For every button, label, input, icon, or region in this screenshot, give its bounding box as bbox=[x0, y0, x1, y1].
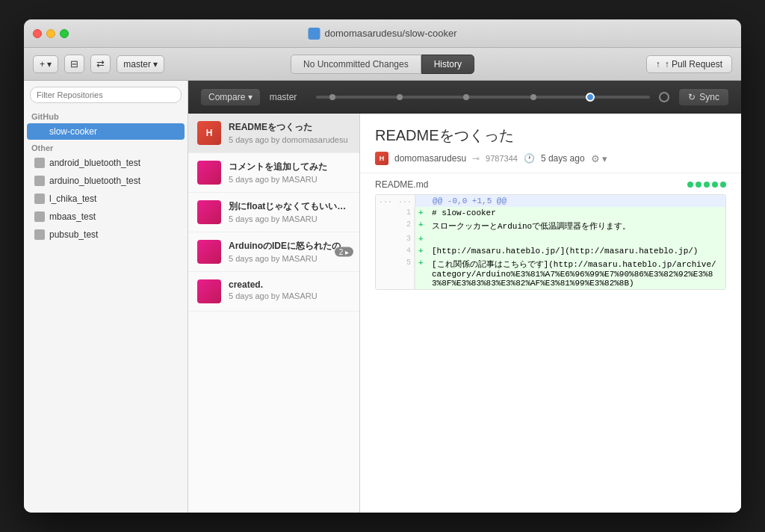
maximize-button[interactable] bbox=[60, 29, 69, 38]
tab-group: No Uncommitted Changes History bbox=[291, 55, 474, 74]
close-button[interactable] bbox=[33, 29, 42, 38]
commit-avatar-4 bbox=[197, 240, 221, 264]
commit-message-1: READMEをつくった bbox=[229, 121, 350, 134]
sync-label: Sync bbox=[699, 92, 719, 102]
commit-item-3[interactable]: 別にfloatじゃなくてもいいかな 5 days ago by MASARU bbox=[188, 193, 359, 232]
branch-toggle-button[interactable]: ⇄ bbox=[90, 55, 111, 73]
diff-line-nums-2: 2 bbox=[376, 219, 415, 233]
compare-label: Compare ▾ bbox=[208, 92, 253, 102]
commit-meta-5: 5 days ago by MASARU bbox=[229, 291, 350, 300]
file-header: README.md bbox=[375, 179, 726, 190]
file-dot-2 bbox=[696, 182, 701, 188]
history-tab[interactable]: History bbox=[421, 55, 474, 74]
branch-name: master ▾ bbox=[123, 59, 158, 69]
diff-panel: READMEをつくった H domomasarudesu ⊸ 9787344 🕐… bbox=[360, 114, 741, 513]
repo-icon-sm-arduino bbox=[34, 176, 45, 186]
diff-line-nums-1: 1 bbox=[376, 207, 415, 219]
commit-meta-1: 5 days ago by domomasarudesu bbox=[229, 135, 350, 144]
pull-request-label: ↑ Pull Request bbox=[665, 59, 722, 69]
commit-avatar-1: H bbox=[197, 121, 221, 145]
commit-message-5: created. bbox=[229, 279, 350, 290]
commit-meta-2: 5 days ago by MASARU bbox=[229, 175, 350, 184]
commit-avatar-3 bbox=[197, 200, 221, 224]
sync-button[interactable]: ↻ Sync bbox=[678, 88, 729, 106]
pull-request-button[interactable]: ↑ ↑ Pull Request bbox=[646, 55, 732, 73]
sidebar-item-android[interactable]: android_bluetooth_test bbox=[27, 155, 185, 171]
diff-content-5: [これ関係の記事はこちらです](http://masaru.hateblo.jp… bbox=[427, 257, 725, 289]
diff-time: 5 days ago bbox=[541, 153, 585, 164]
commit-item-4[interactable]: ArduinoのIDEに怒られたの… 5 days ago by MASARU … bbox=[188, 232, 359, 272]
content-area: H READMEをつくった 5 days ago by domomasarude… bbox=[188, 114, 741, 513]
diff-content-header: @@ -0,0 +1,5 @@ bbox=[428, 195, 725, 207]
diff-line-1: 1 + # slow-cooker bbox=[376, 207, 725, 219]
compare-button[interactable]: Compare ▾ bbox=[200, 88, 261, 106]
sidebar-item-mbaas[interactable]: mbaas_test bbox=[27, 208, 185, 225]
history-dot-3[interactable] bbox=[463, 94, 469, 100]
right-panel: Compare ▾ master ↻ Sync bbox=[188, 81, 741, 513]
history-dot-2[interactable] bbox=[397, 94, 403, 100]
sidebar: GitHub slow-cooker Other android_bluetoo… bbox=[24, 81, 188, 513]
sidebar-toggle-icon: ⊟ bbox=[70, 58, 78, 69]
filter-repos-input[interactable] bbox=[30, 87, 182, 103]
commit-item-1[interactable]: H READMEをつくった 5 days ago by domomasarude… bbox=[188, 114, 359, 153]
diff-line-old-4 bbox=[376, 245, 395, 257]
diff-prefix-1: + bbox=[415, 207, 427, 219]
history-bar: Compare ▾ master ↻ Sync bbox=[188, 81, 741, 114]
commit-info-3: 別にfloatじゃなくてもいいかな 5 days ago by MASARU bbox=[229, 200, 350, 223]
diff-line-header: ... ... @@ -0,0 +1,5 @@ bbox=[376, 195, 725, 207]
diff-meta: H domomasarudesu ⊸ 9787344 🕐 5 days ago … bbox=[375, 152, 726, 165]
repo-icon-sm-lchika bbox=[34, 194, 45, 204]
file-dot-5 bbox=[720, 182, 726, 188]
branch-label: master bbox=[270, 92, 307, 102]
repo-name-slow-cooker: slow-cooker bbox=[49, 126, 97, 137]
commit-item-5[interactable]: created. 5 days ago by MASARU bbox=[188, 272, 359, 312]
repo-name-android: android_bluetooth_test bbox=[49, 158, 140, 168]
sidebar-item-lchika[interactable]: l_chika_test bbox=[27, 191, 185, 207]
commit-info-5: created. 5 days ago by MASARU bbox=[229, 279, 350, 300]
no-uncommitted-label: No Uncommitted Changes bbox=[303, 59, 409, 69]
add-button[interactable]: + ▾ bbox=[33, 55, 58, 73]
sidebar-item-arduino[interactable]: arduino_bluetooth_test bbox=[27, 173, 185, 189]
diff-line-nums-header: ... ... bbox=[376, 195, 416, 207]
diff-content-1: # slow-cooker bbox=[427, 207, 725, 219]
file-dots bbox=[687, 182, 726, 188]
github-section-label: GitHub bbox=[24, 109, 188, 123]
repo-name-arduino: arduino_bluetooth_test bbox=[49, 176, 140, 186]
commit-message-2: コメントを追加してみた bbox=[229, 161, 350, 173]
diff-header: READMEをつくった H domomasarudesu ⊸ 9787344 🕐… bbox=[360, 114, 741, 173]
commit-badge-4[interactable]: 2 ▸ bbox=[335, 247, 353, 257]
gear-icon[interactable]: ⚙ ▾ bbox=[591, 153, 608, 164]
diff-line-nums-3: 3 bbox=[376, 233, 415, 245]
diff-line-5: 5 + [これ関係の記事はこちらです](http://masaru.hatebl… bbox=[376, 257, 725, 289]
diff-prefix-4: + bbox=[415, 245, 427, 257]
history-dot-active[interactable] bbox=[586, 93, 595, 102]
diff-prefix-5: + bbox=[415, 257, 427, 289]
sidebar-item-pubsub[interactable]: pubsub_test bbox=[27, 226, 185, 243]
minimize-button[interactable] bbox=[46, 29, 55, 38]
commit-info-4: ArduinoのIDEに怒られたの… 5 days ago by MASARU bbox=[229, 240, 350, 263]
sidebar-toggle-button[interactable]: ⊟ bbox=[64, 55, 84, 73]
commit-item-2[interactable]: コメントを追加してみた 5 days ago by MASARU bbox=[188, 153, 359, 193]
diff-line-4: 4 + [http://masaru.hateblo.jp/](http://m… bbox=[376, 245, 725, 257]
no-uncommitted-tab[interactable]: No Uncommitted Changes bbox=[291, 55, 421, 74]
main-content: GitHub slow-cooker Other android_bluetoo… bbox=[24, 81, 741, 513]
sync-icon: ↻ bbox=[688, 92, 696, 102]
history-dot-1[interactable] bbox=[329, 94, 335, 100]
clock-icon: 🕐 bbox=[524, 153, 535, 164]
traffic-lights bbox=[33, 29, 69, 38]
diff-line-new-5: 5 bbox=[395, 257, 415, 289]
repo-name-mbaas: mbaas_test bbox=[49, 211, 96, 222]
add-label: + ▾ bbox=[40, 59, 52, 69]
history-dot-4[interactable] bbox=[530, 94, 536, 100]
diff-line-2: 2 + スロークッカーとArduinoで低温調理器を作ります。 bbox=[376, 219, 725, 233]
file-dot-4 bbox=[712, 182, 718, 188]
sidebar-item-slow-cooker[interactable]: slow-cooker bbox=[27, 123, 185, 140]
repo-name-lchika: l_chika_test bbox=[49, 194, 96, 204]
window-title: domomasarudesu/slow-cooker bbox=[324, 28, 456, 39]
diff-line-old-5 bbox=[376, 257, 395, 289]
branch-selector[interactable]: master ▾ bbox=[117, 55, 164, 73]
diff-content-4: [http://masaru.hateblo.jp/](http://masar… bbox=[427, 245, 725, 257]
repo-name-pubsub: pubsub_test bbox=[49, 229, 98, 240]
commit-message-3: 別にfloatじゃなくてもいいかな bbox=[229, 200, 350, 213]
history-label: History bbox=[434, 59, 462, 69]
